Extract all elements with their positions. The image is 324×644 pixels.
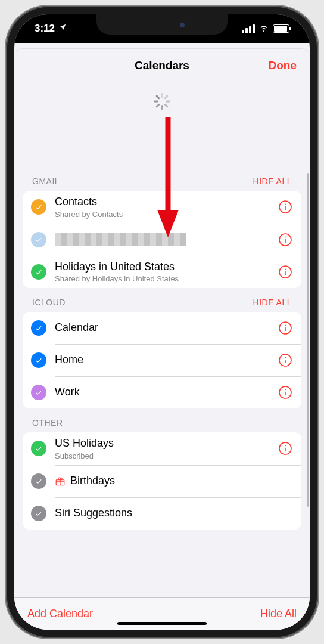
wifi-icon bbox=[258, 22, 269, 36]
spinner-icon bbox=[154, 93, 170, 110]
check-icon[interactable] bbox=[31, 506, 46, 521]
svg-point-10 bbox=[285, 268, 286, 270]
home-indicator[interactable] bbox=[117, 622, 207, 625]
scroll-indicator bbox=[307, 173, 309, 507]
calendar-row-siri[interactable]: Siri Suggestions bbox=[23, 497, 301, 530]
section-other: OTHER US Holidays Subscribed bbox=[23, 418, 301, 530]
status-left: 3:12 bbox=[35, 23, 67, 35]
calendar-label: Work bbox=[55, 386, 278, 399]
check-icon[interactable] bbox=[31, 232, 46, 247]
calendar-sub: Subscribed bbox=[55, 451, 278, 460]
svg-point-7 bbox=[285, 236, 286, 237]
group-icloud: Calendar Home bbox=[23, 312, 301, 408]
check-icon[interactable] bbox=[31, 473, 46, 489]
sheet-header: Calendars Done bbox=[14, 49, 310, 82]
content-area[interactable]: GMAIL HIDE ALL Contacts Shared by Contac… bbox=[14, 113, 310, 597]
calendar-row-holidays-us[interactable]: Holidays in United States Shared by Holi… bbox=[23, 256, 301, 289]
section-icloud: ICLOUD HIDE ALL Calendar bbox=[23, 298, 301, 408]
check-icon[interactable] bbox=[31, 320, 46, 336]
group-other: US Holidays Subscribed bbox=[23, 432, 301, 530]
calendar-label: Calendar bbox=[55, 321, 278, 335]
check-icon[interactable] bbox=[31, 352, 46, 368]
info-icon[interactable] bbox=[278, 352, 293, 368]
calendar-sub: Shared by Contacts bbox=[55, 210, 278, 219]
svg-point-16 bbox=[285, 357, 286, 358]
redacted-label bbox=[55, 233, 186, 246]
status-time: 3:12 bbox=[35, 23, 55, 35]
location-icon bbox=[58, 23, 67, 35]
page-title: Calendars bbox=[135, 59, 189, 72]
screen: 3:12 Calendars Done bbox=[14, 14, 310, 630]
svg-point-19 bbox=[285, 389, 286, 391]
check-icon[interactable] bbox=[31, 441, 46, 456]
check-icon[interactable] bbox=[31, 199, 46, 215]
svg-point-13 bbox=[285, 325, 286, 326]
add-calendar-button[interactable]: Add Calendar bbox=[27, 608, 93, 620]
info-icon[interactable] bbox=[278, 199, 293, 215]
calendar-label: Siri Suggestions bbox=[55, 507, 293, 520]
check-icon[interactable] bbox=[31, 264, 46, 280]
info-icon[interactable] bbox=[278, 441, 293, 456]
section-gmail: GMAIL HIDE ALL Contacts Shared by Contac… bbox=[23, 177, 301, 288]
info-icon[interactable] bbox=[278, 385, 293, 400]
calendar-label: Home bbox=[55, 354, 278, 367]
calendar-row-work[interactable]: Work bbox=[23, 376, 301, 408]
info-icon[interactable] bbox=[278, 232, 293, 247]
device-frame: 3:12 Calendars Done bbox=[6, 6, 318, 638]
calendar-label: Contacts bbox=[55, 196, 278, 209]
done-button[interactable]: Done bbox=[269, 49, 297, 82]
section-title-other: OTHER bbox=[32, 418, 63, 428]
info-icon[interactable] bbox=[278, 264, 293, 280]
hide-all-gmail[interactable]: HIDE ALL bbox=[253, 177, 292, 186]
pull-spacer bbox=[23, 113, 301, 167]
battery-icon bbox=[273, 24, 289, 33]
gift-icon bbox=[55, 476, 66, 487]
calendar-label: Holidays in United States bbox=[55, 261, 278, 274]
calendar-row-contacts[interactable]: Contacts Shared by Contacts bbox=[23, 191, 301, 224]
hide-all-icloud[interactable]: HIDE ALL bbox=[253, 298, 292, 307]
calendar-label: Birthdays bbox=[70, 475, 115, 488]
status-right bbox=[242, 22, 289, 36]
modal-sheet: Calendars Done bbox=[14, 49, 310, 630]
info-icon[interactable] bbox=[278, 320, 293, 336]
calendar-row-us-holidays[interactable]: US Holidays Subscribed bbox=[23, 432, 301, 465]
hide-all-button[interactable]: Hide All bbox=[260, 608, 297, 620]
cellular-icon bbox=[242, 24, 255, 33]
check-icon[interactable] bbox=[31, 385, 46, 400]
calendar-row-birthdays[interactable]: Birthdays bbox=[23, 465, 301, 497]
notch bbox=[96, 14, 228, 35]
calendar-row-calendar[interactable]: Calendar bbox=[23, 312, 301, 344]
svg-point-22 bbox=[285, 445, 286, 447]
section-title-gmail: GMAIL bbox=[32, 177, 60, 186]
refresh-spinner bbox=[14, 82, 310, 113]
section-title-icloud: ICLOUD bbox=[32, 298, 66, 307]
calendar-row-home[interactable]: Home bbox=[23, 344, 301, 376]
svg-point-4 bbox=[285, 204, 286, 205]
calendar-row-redacted[interactable] bbox=[23, 224, 301, 256]
calendar-sub: Shared by Holidays in United States bbox=[55, 274, 278, 283]
calendar-label: US Holidays bbox=[55, 437, 278, 450]
group-gmail: Contacts Shared by Contacts bbox=[23, 191, 301, 288]
